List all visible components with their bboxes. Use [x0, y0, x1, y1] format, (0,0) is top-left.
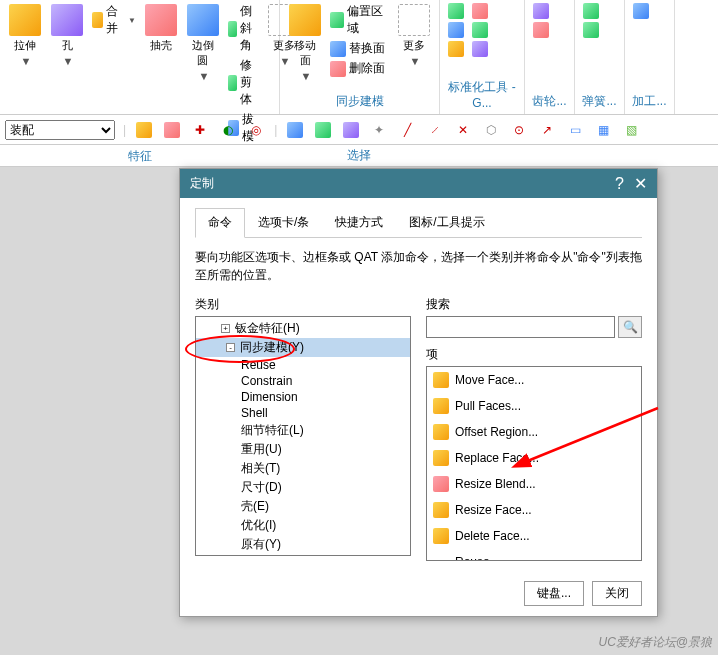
tree-item[interactable]: 尺寸(D): [196, 478, 410, 497]
tool-icon-13[interactable]: ⬡: [481, 120, 501, 140]
offset-icon: [330, 12, 344, 28]
tree-item-label: 重用(U): [241, 441, 282, 458]
replace-face-btn[interactable]: 替换面: [327, 39, 392, 58]
replace-face-item[interactable]: Replace Face...: [427, 445, 641, 471]
tool-icon-7[interactable]: [313, 120, 333, 140]
tree-item[interactable]: 原有(Y): [196, 535, 410, 554]
tool-icon-4[interactable]: ◐: [218, 120, 238, 140]
dialog-close-icon[interactable]: ✕: [634, 174, 647, 193]
tree-item-label: 钣金特征(H): [235, 320, 300, 337]
item-icon: [433, 502, 449, 518]
offset-region-btn[interactable]: 偏置区域: [327, 2, 392, 38]
tool-icon-11[interactable]: ⟋: [425, 120, 445, 140]
resize-face-item[interactable]: Resize Face...: [427, 497, 641, 523]
tree-item[interactable]: Reuse: [196, 357, 410, 373]
dialog-description: 要向功能区选项卡、边框条或 QAT 添加命令，选择一个类别并将命令从"命令"列表…: [195, 248, 642, 284]
search-input[interactable]: [426, 316, 615, 338]
move-face-btn[interactable]: 移动面▼: [285, 2, 325, 84]
hole-icon: [51, 4, 83, 36]
move-face-item[interactable]: Move Face...: [427, 367, 641, 393]
item-icon: [433, 554, 449, 561]
tree-item-label: Shell: [241, 406, 268, 420]
tree-item[interactable]: Dimension: [196, 389, 410, 405]
tree-item[interactable]: 相关(T): [196, 459, 410, 478]
delete-face-item[interactable]: Delete Face...: [427, 523, 641, 549]
dialog-titlebar: 定制 ? ✕: [180, 169, 657, 198]
item-icon: [433, 476, 449, 492]
item-label: Delete Face...: [455, 529, 530, 543]
ribbon-group-mfg: 加工...: [625, 0, 675, 114]
tool-icon-5[interactable]: ◎: [246, 120, 266, 140]
tree-expand-icon[interactable]: +: [221, 324, 230, 333]
extrude-icon: [9, 4, 41, 36]
tree-item-label: 优化(I): [241, 517, 276, 534]
close-button[interactable]: 关闭: [592, 581, 642, 606]
pull-faces-item[interactable]: Pull Faces...: [427, 393, 641, 419]
search-button[interactable]: 🔍: [618, 316, 642, 338]
tool-icon-18[interactable]: ▧: [621, 120, 641, 140]
ribbon-group-gear: 齿轮...: [525, 0, 575, 114]
dialog-help-icon[interactable]: ?: [615, 175, 624, 193]
items-list[interactable]: Move Face...Pull Faces...Offset Region..…: [426, 366, 642, 561]
mfg-icon: [633, 3, 649, 19]
tool-icon-8[interactable]: [341, 120, 361, 140]
tool-icon-14[interactable]: ⊙: [509, 120, 529, 140]
group-label-std: 标准化工具 - G...: [445, 77, 519, 112]
tree-item[interactable]: 重用(U): [196, 440, 410, 459]
tree-item[interactable]: 壳(E): [196, 497, 410, 516]
reuse-item[interactable]: Reuse▸: [427, 549, 641, 561]
tree-item-label: Dimension: [241, 390, 298, 404]
tree-item-label: 尺寸(D): [241, 479, 282, 496]
tree-item[interactable]: Constrain: [196, 373, 410, 389]
std-icon4: [472, 3, 488, 19]
tree-item[interactable]: +钣金特征(H): [196, 319, 410, 338]
trim-body-btn[interactable]: 修剪体: [225, 56, 262, 109]
delete-icon: [330, 61, 346, 77]
tool-icon-17[interactable]: ▦: [593, 120, 613, 140]
ribbon-group-features: 拉伸▼ 孔▼ 合并▼ 抽壳 边倒圆▼ 倒斜角 修剪体 拔模 更多▼ 特征: [0, 0, 280, 114]
item-icon: [433, 398, 449, 414]
hole-btn[interactable]: 孔▼: [47, 2, 87, 69]
tool-icon-10[interactable]: ╱: [397, 120, 417, 140]
shell-btn[interactable]: 抽壳: [141, 2, 181, 55]
resize-blend-item[interactable]: Resize Blend...: [427, 471, 641, 497]
edge-fillet-btn[interactable]: 边倒圆▼: [183, 2, 223, 84]
chamfer-btn[interactable]: 倒斜角: [225, 2, 262, 55]
tool-icon-9[interactable]: ✦: [369, 120, 389, 140]
tree-item[interactable]: Shell: [196, 405, 410, 421]
tree-item-label: 相关(T): [241, 460, 280, 477]
tree-item-label: 同步建模(Y): [240, 339, 304, 356]
std-icon5: [472, 22, 488, 38]
tab-shortcuts[interactable]: 快捷方式: [322, 208, 396, 237]
offset-region-item[interactable]: Offset Region...: [427, 419, 641, 445]
item-label: Pull Faces...: [455, 399, 521, 413]
tool-icon-3[interactable]: ✚: [190, 120, 210, 140]
assembly-dropdown[interactable]: 装配: [5, 120, 115, 140]
item-label: Resize Face...: [455, 503, 532, 517]
tab-icons-tooltips[interactable]: 图标/工具提示: [396, 208, 497, 237]
tool-icon-12[interactable]: ✕: [453, 120, 473, 140]
tree-item[interactable]: 优化(I): [196, 516, 410, 535]
item-label: Replace Face...: [455, 451, 539, 465]
extrude-btn[interactable]: 拉伸▼: [5, 2, 45, 69]
tab-commands[interactable]: 命令: [195, 208, 245, 238]
delete-face-btn[interactable]: 删除面: [327, 59, 392, 78]
tree-expand-icon[interactable]: -: [226, 343, 235, 352]
category-tree[interactable]: +钣金特征(H)-同步建模(Y)ReuseConstrainDimensionS…: [195, 316, 411, 556]
item-label: Resize Blend...: [455, 477, 536, 491]
unite-btn[interactable]: 合并▼: [89, 2, 139, 38]
ribbon-group-spring: 弹簧...: [575, 0, 625, 114]
sync-more-btn[interactable]: 更多▼: [394, 2, 434, 69]
tool-icon-2[interactable]: [162, 120, 182, 140]
tree-item[interactable]: 细节特征(L): [196, 421, 410, 440]
tool-icon-6[interactable]: [285, 120, 305, 140]
more-icon: [398, 4, 430, 36]
group-label-gear: 齿轮...: [530, 91, 569, 112]
tab-tabs-bars[interactable]: 选项卡/条: [245, 208, 322, 237]
tool-icon-15[interactable]: ↗: [537, 120, 557, 140]
tool-icon-16[interactable]: ▭: [565, 120, 585, 140]
tool-icon-1[interactable]: [134, 120, 154, 140]
keyboard-button[interactable]: 键盘...: [524, 581, 584, 606]
tree-item[interactable]: -同步建模(Y): [196, 338, 410, 357]
search-label: 搜索: [426, 296, 642, 313]
